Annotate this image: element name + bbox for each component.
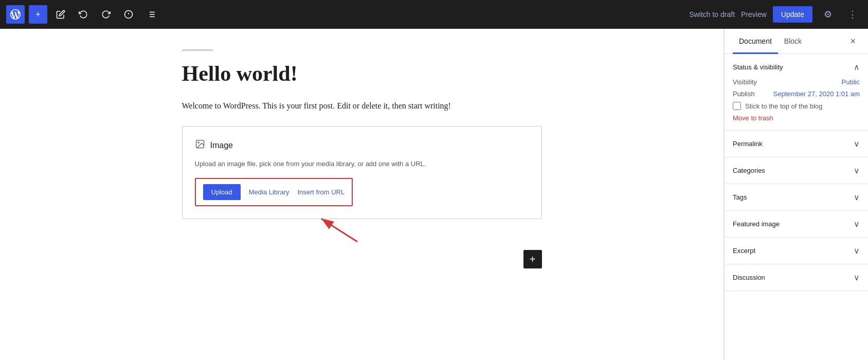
sidebar: Document Block × Status & visibility ∧ V… xyxy=(724,29,868,360)
categories-section: Categories ∨ xyxy=(725,157,868,184)
tab-document[interactable]: Document xyxy=(733,29,778,54)
sticky-checkbox[interactable] xyxy=(733,102,741,110)
insert-from-url-button[interactable]: Insert from URL xyxy=(297,188,345,196)
tags-header[interactable]: Tags ∨ xyxy=(725,184,868,210)
excerpt-chevron: ∨ xyxy=(854,246,860,256)
main-area: Hello world! Welcome to WordPress. This … xyxy=(0,29,868,360)
editor-content: Hello world! Welcome to WordPress. This … xyxy=(161,49,563,268)
sticky-label: Stick to the top of the blog xyxy=(745,102,822,110)
editor-area: Hello world! Welcome to WordPress. This … xyxy=(0,29,724,360)
edit-button[interactable] xyxy=(51,5,70,24)
svg-point-10 xyxy=(197,142,199,143)
toolbar-right: Switch to draft Preview Update ⚙ ⋮ xyxy=(689,5,862,24)
discussion-chevron: ∨ xyxy=(854,273,860,282)
media-library-button[interactable]: Media Library xyxy=(249,188,290,196)
categories-header[interactable]: Categories ∨ xyxy=(725,157,868,184)
tags-chevron: ∨ xyxy=(854,192,860,202)
featured-image-header[interactable]: Featured image ∨ xyxy=(725,211,868,237)
redo-icon xyxy=(101,10,111,19)
featured-image-chevron: ∨ xyxy=(854,219,860,229)
excerpt-header[interactable]: Excerpt ∨ xyxy=(725,238,868,264)
switch-to-draft-button[interactable]: Switch to draft xyxy=(689,10,735,19)
info-icon xyxy=(124,10,133,19)
add-block-button[interactable]: + xyxy=(29,5,47,24)
add-block-area: + xyxy=(182,250,542,268)
permalink-header[interactable]: Permalink ∨ xyxy=(725,131,868,157)
excerpt-section: Excerpt ∨ xyxy=(725,238,868,264)
image-block-icon xyxy=(195,139,205,152)
move-to-trash-link[interactable]: Move to trash xyxy=(733,114,860,122)
image-block-title: Image xyxy=(210,141,233,150)
permalink-title: Permalink xyxy=(733,140,763,148)
discussion-header[interactable]: Discussion ∨ xyxy=(725,264,868,291)
status-visibility-section: Status & visibility ∧ Visibility Public … xyxy=(725,54,868,131)
list-view-button[interactable] xyxy=(142,5,160,24)
status-visibility-toggle: ∧ xyxy=(854,62,860,72)
categories-chevron: ∨ xyxy=(854,166,860,175)
image-block: Image Upload an image file, pick one fro… xyxy=(182,126,542,219)
edit-icon xyxy=(56,10,65,19)
title-divider xyxy=(182,49,213,51)
visibility-value[interactable]: Public xyxy=(842,78,860,86)
image-block-actions: Upload Media Library Insert from URL xyxy=(195,178,353,206)
visibility-row: Visibility Public xyxy=(733,78,860,86)
excerpt-title: Excerpt xyxy=(733,247,755,255)
undo-icon xyxy=(79,10,88,19)
preview-button[interactable]: Preview xyxy=(741,10,767,19)
tab-block[interactable]: Block xyxy=(778,29,808,54)
permalink-chevron: ∨ xyxy=(854,139,860,149)
update-button[interactable]: Update xyxy=(773,6,812,23)
publish-label: Publish xyxy=(733,90,755,98)
redo-button[interactable] xyxy=(97,5,115,24)
post-body[interactable]: Welcome to WordPress. This is your first… xyxy=(182,101,542,111)
sticky-row: Stick to the top of the blog xyxy=(733,102,860,110)
discussion-title: Discussion xyxy=(733,274,765,281)
categories-title: Categories xyxy=(733,167,765,174)
toolbar: + Swi xyxy=(0,0,868,29)
arrow-annotation xyxy=(316,213,378,244)
status-visibility-header[interactable]: Status & visibility ∧ xyxy=(733,62,860,72)
wp-logo xyxy=(6,5,25,24)
undo-button[interactable] xyxy=(74,5,93,24)
publish-row: Publish September 27, 2020 1:01 am xyxy=(733,90,860,98)
tags-section: Tags ∨ xyxy=(725,184,868,211)
add-block-bottom-button[interactable]: + xyxy=(523,250,542,268)
publish-date[interactable]: September 27, 2020 1:01 am xyxy=(773,90,860,98)
info-button[interactable] xyxy=(119,5,138,24)
status-visibility-title: Status & visibility xyxy=(733,63,783,71)
wp-logo-icon xyxy=(10,9,21,20)
post-title[interactable]: Hello world! xyxy=(182,61,542,86)
discussion-section: Discussion ∨ xyxy=(725,264,868,291)
image-block-header: Image xyxy=(195,139,529,152)
sidebar-tabs: Document Block × xyxy=(725,29,868,54)
tags-title: Tags xyxy=(733,193,747,201)
featured-image-section: Featured image ∨ xyxy=(725,211,868,238)
sidebar-close-button[interactable]: × xyxy=(846,32,860,51)
list-view-icon xyxy=(147,10,156,19)
featured-image-title: Featured image xyxy=(733,220,780,228)
upload-button[interactable]: Upload xyxy=(203,184,241,200)
image-block-description: Upload an image file, pick one from your… xyxy=(195,160,529,168)
more-options-button[interactable]: ⋮ xyxy=(843,5,862,24)
settings-button[interactable]: ⚙ xyxy=(819,5,837,24)
visibility-label: Visibility xyxy=(733,78,757,86)
permalink-section: Permalink ∨ xyxy=(725,131,868,157)
